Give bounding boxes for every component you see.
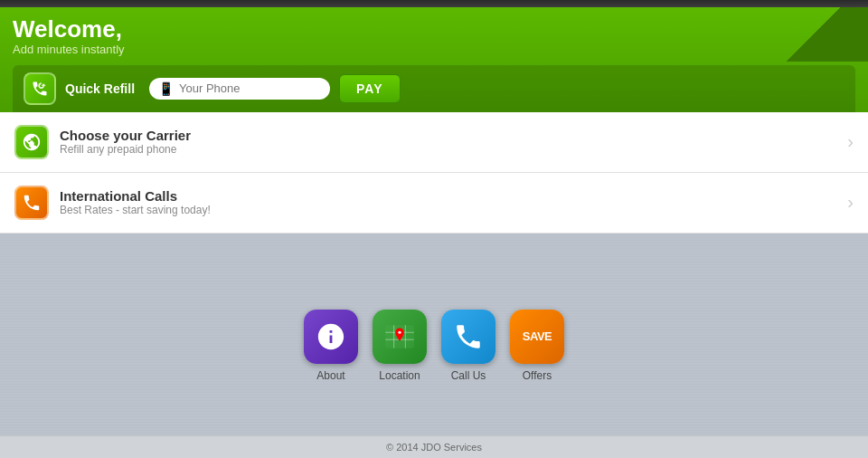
phone-refill-icon [31, 80, 49, 98]
header-subtitle: Add minutes instantly [13, 43, 855, 56]
phone-icon: 📱 [158, 81, 174, 96]
content-area: Choose your Carrier Refill any prepaid p… [0, 112, 868, 234]
intl-icon [14, 186, 49, 220]
location-label: Location [379, 369, 420, 382]
pay-button[interactable]: PAY [339, 74, 400, 103]
intl-arrow: › [847, 192, 854, 213]
offers-label: Offers [523, 369, 552, 382]
intl-subtitle: Best Rates - start saving today! [60, 204, 211, 216]
intl-text: International Calls Best Rates - start s… [60, 188, 211, 216]
call-us-label: Call Us [451, 369, 486, 382]
gray-area: About [0, 234, 868, 458]
about-icon-box [304, 310, 358, 364]
phone-input-wrap: 📱 [149, 78, 330, 100]
offers-save-text: SAVE [523, 329, 552, 343]
app-icons-row: About [304, 310, 564, 382]
phone-input[interactable] [179, 81, 331, 95]
quick-refill-icon [24, 72, 56, 105]
carrier-icon [14, 125, 49, 159]
welcome-title: Welcome, [13, 16, 855, 43]
location-icon-box [373, 310, 427, 364]
about-icon-item[interactable]: About [304, 310, 358, 382]
choose-carrier-item[interactable]: Choose your Carrier Refill any prepaid p… [0, 112, 868, 173]
call-us-icon-box [441, 310, 495, 364]
carrier-subtitle: Refill any prepaid phone [60, 143, 191, 156]
top-bar [0, 0, 868, 7]
footer-text: © 2014 JDO Services [386, 442, 482, 453]
svg-point-7 [398, 330, 401, 333]
footer: © 2014 JDO Services [0, 435, 868, 458]
location-icon-item[interactable]: Location [373, 310, 427, 382]
intl-title: International Calls [60, 188, 211, 204]
quick-refill-label: Quick Refill [65, 81, 135, 96]
header: Welcome, Add minutes instantly Quick Ref… [0, 7, 868, 112]
about-label: About [316, 369, 344, 382]
header-corner-decor [760, 7, 868, 62]
carrier-text: Choose your Carrier Refill any prepaid p… [60, 128, 191, 156]
international-calls-item[interactable]: International Calls Best Rates - start s… [0, 173, 868, 234]
carrier-title: Choose your Carrier [60, 128, 191, 143]
offers-icon-box: SAVE [510, 310, 564, 364]
quick-refill-bar: Quick Refill 📱 PAY [13, 65, 855, 112]
offers-icon-item[interactable]: SAVE Offers [510, 310, 564, 382]
carrier-arrow: › [847, 131, 854, 152]
call-us-icon-item[interactable]: Call Us [441, 310, 495, 382]
